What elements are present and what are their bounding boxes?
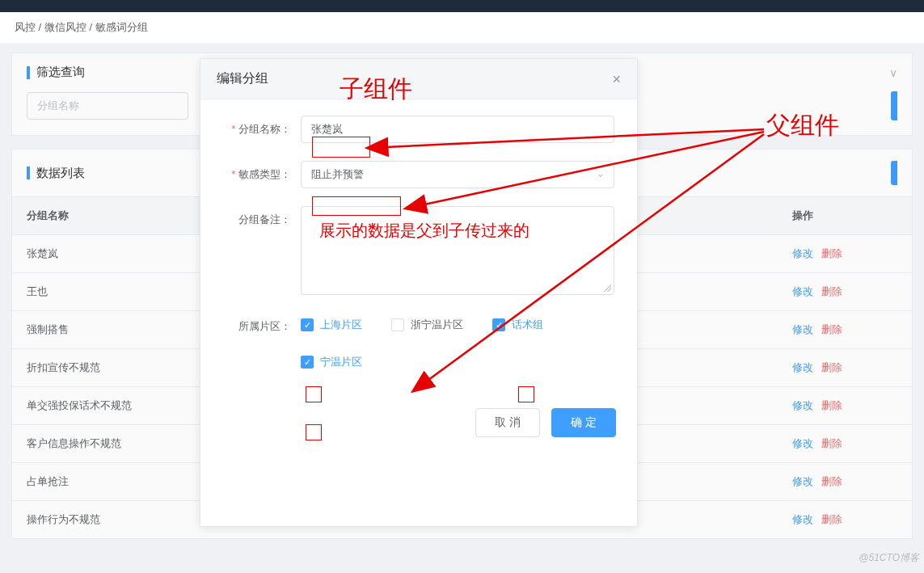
breadcrumb-a[interactable]: 风控 bbox=[15, 21, 36, 33]
breadcrumb-c: 敏感词分组 bbox=[95, 21, 148, 33]
label-name: 分组名称： bbox=[223, 116, 301, 143]
checkbox-icon: ✓ bbox=[301, 318, 314, 331]
group-name-value: 张楚岚 bbox=[311, 122, 343, 137]
top-bar bbox=[0, 0, 924, 12]
area-checkbox-ningwen[interactable]: ✓ 宁温片区 bbox=[301, 355, 614, 369]
close-icon[interactable]: × bbox=[612, 72, 621, 86]
ok-label: 确 定 bbox=[571, 415, 597, 430]
area-label: 宁温片区 bbox=[320, 355, 362, 369]
breadcrumb: 风控 / 微信风控 / 敏感词分组 bbox=[0, 12, 924, 43]
label-type: 敏感类型： bbox=[223, 161, 301, 188]
breadcrumb-b[interactable]: 微信风控 bbox=[44, 21, 86, 33]
sensitive-type-value: 阻止并预警 bbox=[311, 167, 364, 182]
label-area: 所属片区： bbox=[223, 313, 301, 369]
label-remark: 分组备注： bbox=[223, 206, 301, 295]
group-name-input[interactable]: 张楚岚 bbox=[301, 116, 614, 143]
area-label: 上海片区 bbox=[320, 318, 362, 332]
ok-button[interactable]: 确 定 bbox=[551, 408, 616, 437]
area-checkbox-zheningwen[interactable]: 浙宁温片区 bbox=[391, 318, 463, 332]
remark-textarea[interactable] bbox=[301, 206, 614, 295]
area-checkbox-shanghai[interactable]: ✓ 上海片区 bbox=[301, 318, 362, 332]
area-label: 浙宁温片区 bbox=[411, 318, 463, 332]
modal-title: 编辑分组 bbox=[217, 70, 268, 87]
area-checkbox-huashu[interactable]: ✓ 话术组 bbox=[492, 318, 543, 332]
checkbox-icon: ✓ bbox=[301, 356, 314, 369]
cancel-label: 取 消 bbox=[495, 415, 521, 430]
cancel-button[interactable]: 取 消 bbox=[475, 408, 540, 437]
watermark: @51CTO博客 bbox=[859, 551, 919, 565]
sensitive-type-select[interactable]: 阻止并预警 bbox=[301, 161, 614, 188]
checkbox-icon bbox=[391, 318, 404, 331]
area-label: 话术组 bbox=[512, 318, 543, 332]
edit-group-modal: 编辑分组 × 分组名称： 张楚岚 敏感类型： 阻止并预警 分组备注： bbox=[200, 58, 638, 527]
checkbox-icon: ✓ bbox=[492, 318, 505, 331]
